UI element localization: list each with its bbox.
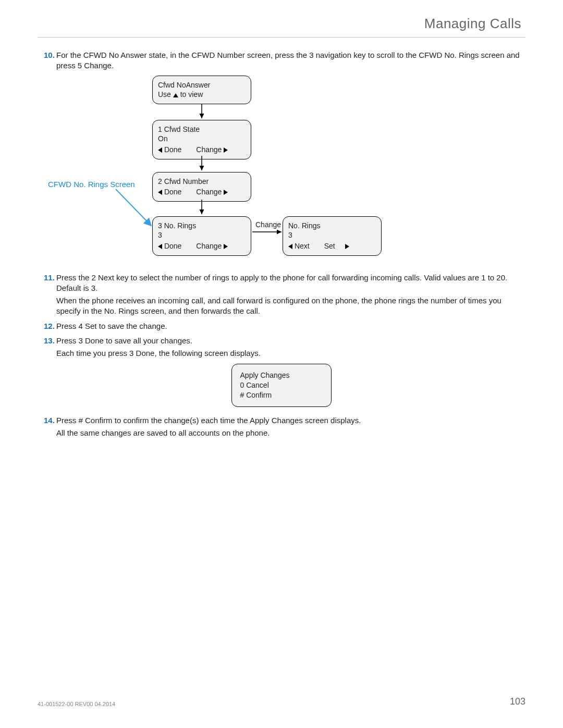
arrow-label-change: Change <box>255 220 281 229</box>
footer-doc-id: 41-001522-00 REV00 04.2014 <box>38 701 115 707</box>
screen5-line2: 3 <box>288 230 376 240</box>
step-14-number: 14. <box>44 415 55 426</box>
step-14-text-c: to confirm the change(s) each time the A… <box>113 416 361 425</box>
step-13-text-a: Press <box>56 336 79 345</box>
step-10: 10. For the CFWD No Answer state, in the… <box>44 50 525 71</box>
right-arrow-icon <box>224 147 228 153</box>
step-14: 14. Press # Confirm to confirm the chang… <box>44 415 525 439</box>
header-rule <box>38 37 525 38</box>
up-arrow-icon <box>173 93 178 97</box>
left-arrow-icon <box>158 147 162 153</box>
apply-line3: # Confirm <box>240 390 290 400</box>
step-12-text-b: 4 Set <box>79 322 97 330</box>
screen5-next: Next <box>288 241 310 251</box>
screen3-done: Done <box>158 187 181 197</box>
page-section-title: Managing Calls <box>38 16 525 32</box>
step-12-text-c: to save the change. <box>97 322 167 330</box>
step-11-text-b: 2 Next <box>92 273 114 282</box>
step-12-number: 12. <box>44 321 55 331</box>
step-11-text-a: Press the <box>56 273 92 282</box>
right-arrow-icon <box>224 244 228 249</box>
screen5-set: Set <box>324 241 349 251</box>
step-14-text-b: # Confirm <box>79 416 113 425</box>
screen5-line1: No. Rings <box>288 221 376 231</box>
step-10-number: 10. <box>44 50 55 60</box>
step-10-text-b: 3 <box>309 51 313 59</box>
screen4-line1: 3 No. Rings <box>158 221 246 231</box>
step-10-text-d: 5 Change <box>78 61 112 70</box>
screen3-line1: 2 Cfwd Number <box>158 177 246 187</box>
screen-no-rings-set: No. Rings 3 Next Set <box>283 216 382 256</box>
screen2-change: Change <box>196 145 228 155</box>
left-arrow-icon <box>158 190 162 195</box>
screen2-line1: 1 Cfwd State <box>158 125 246 134</box>
step-11: 11. Press the 2 Next key to select the n… <box>44 273 525 317</box>
screen2-done: Done <box>158 145 181 155</box>
screen-no-rings: 3 No. Rings 3 Done Change <box>152 216 251 256</box>
screen-cfwd-number: 2 Cfwd Number Done Change <box>152 172 251 202</box>
screen3-change: Change <box>196 187 228 197</box>
step-13-text-b: 3 Done <box>79 336 104 345</box>
screen3-row: Done Change <box>158 187 246 197</box>
footer-page-number: 103 <box>510 696 525 707</box>
step-14-text-a: Press <box>56 416 79 425</box>
right-arrow-icon <box>345 244 349 249</box>
screen-cfwd-noanswer: Cfwd NoAnswer Use to view <box>152 76 251 105</box>
step-13-sub: Each time you press 3 Done, the followin… <box>56 348 525 359</box>
step-12: 12. Press 4 Set to save the change. <box>44 321 525 331</box>
screen1-line2-a: Use <box>158 90 173 98</box>
screen5-row: Next Set <box>288 241 376 251</box>
right-arrow-icon <box>224 190 228 195</box>
page: Managing Calls 10. For the CFWD No Answe… <box>0 0 563 728</box>
step-11-text-d: When the phone receives an incoming call… <box>56 295 525 317</box>
screen4-line2: 3 <box>158 230 246 240</box>
callout-cfwd-no-rings: CFWD No. Rings Screen <box>48 180 135 189</box>
screen1-line2-b: to view <box>178 90 203 98</box>
screen2-row: Done Change <box>158 145 246 155</box>
step-13-number: 13. <box>44 336 55 346</box>
screen2-line2: On <box>158 134 246 144</box>
step-13-text-c: to save all your changes. <box>104 336 192 345</box>
screen-apply-changes: Apply Changes 0 Cancel # Confirm <box>231 364 332 407</box>
screen1-line2: Use to view <box>158 90 246 100</box>
step-12-text-a: Press <box>56 322 79 330</box>
screen-cfwd-state: 1 Cfwd State On Done Change <box>152 120 251 160</box>
step-11-text-c: key to select the number of rings to app… <box>56 273 507 292</box>
apply-line1: Apply Changes <box>240 371 290 380</box>
step-11-number: 11. <box>44 273 55 283</box>
screen1-line1: Cfwd NoAnswer <box>158 80 246 90</box>
screen4-row: Done Change <box>158 241 246 251</box>
left-arrow-icon <box>158 244 162 249</box>
screen4-change: Change <box>196 241 228 251</box>
svg-line-4 <box>116 189 151 226</box>
screen4-done: Done <box>158 241 181 251</box>
step-13: 13. Press 3 Done to save all your change… <box>44 336 525 359</box>
flow-diagram: CFWD No. Rings Screen Cfwd NoAnswer Use … <box>38 76 525 268</box>
step-14-text-d: All the same changes are saved to all ac… <box>56 428 525 438</box>
apply-line2: 0 Cancel <box>240 380 290 390</box>
page-footer: 41-001522-00 REV00 04.2014 103 <box>38 696 525 707</box>
step-10-text-a: For the CFWD No Answer state, in the CFW… <box>56 51 309 59</box>
step-10-text-e: . <box>112 61 114 70</box>
left-arrow-icon <box>288 244 292 249</box>
apply-changes-wrap: Apply Changes 0 Cancel # Confirm <box>38 364 525 407</box>
